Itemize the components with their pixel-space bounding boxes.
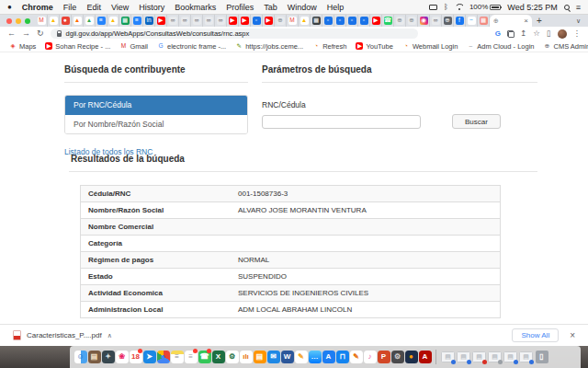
share-icon[interactable]: ↥ [520,29,526,38]
tab-por-nombre-razon-social[interactable]: Por Nombre/Razón Social [65,115,247,133]
browser-tab[interactable]: ▲ [107,15,119,27]
browser-tab[interactable]: ▶ [239,15,251,27]
dock-app-icon[interactable]: ➤ [142,349,156,365]
dock-app-icon[interactable]: P [377,349,390,365]
dock-app-icon[interactable]: X [211,349,225,365]
minimized-window-icon[interactable]: ▤ [471,349,487,365]
dock-app-icon[interactable]: ▤ [87,349,101,365]
active-tab[interactable]: ⊕ × [490,15,532,27]
browser-tab[interactable]: ▦ [478,15,490,27]
menu-item[interactable]: Window [288,3,317,12]
forward-button[interactable]: → [22,29,30,38]
browser-tab[interactable]: M [287,15,299,27]
browser-tab[interactable]: ∞ [167,15,179,27]
browser-tab[interactable]: ▶ [370,15,382,27]
minimized-window-icon[interactable]: ▤ [456,349,471,365]
google-extension-icon[interactable]: G [495,29,501,38]
browser-tab[interactable]: ▲ [84,15,96,27]
reload-button[interactable]: ↻ [37,29,44,38]
show-all-button[interactable]: Show All [512,328,559,342]
download-chevron-icon[interactable]: ∧ [107,332,112,339]
rnc-cedula-input[interactable] [262,115,421,129]
dock-app-icon[interactable]: ☎ [198,349,211,365]
browser-tab[interactable]: ▶ [263,15,275,27]
spotlight-icon[interactable] [564,5,570,10]
dock-app-icon[interactable]: A [322,349,335,365]
bookmark-item[interactable]: ◈ Maps [9,42,36,51]
browser-tab[interactable]: in [143,15,155,27]
dock-app-icon[interactable]: ☺ [74,349,87,365]
wifi-icon[interactable] [455,4,463,10]
browser-tab[interactable]: ☎ [382,15,394,27]
browser-tab[interactable]: ∞ [191,15,203,27]
bookmark-item[interactable]: ◔ Webmail Login [402,42,458,51]
browser-tab[interactable]: ⊕ [442,15,454,27]
browser-tab[interactable]: ▦ [311,15,322,27]
notification-center-icon[interactable]: ≡ [576,3,581,12]
dock-app-icon[interactable]: ✦ [101,349,115,365]
address-bar[interactable]: dgii.gov.do/app/WebApps/ConsultasWeb/con… [51,29,418,39]
browser-tab[interactable]: ● [60,15,72,27]
browser-tab[interactable]: ≡ [96,15,107,27]
minimized-window-icon[interactable]: ▤ [440,349,456,365]
browser-tab[interactable]: ∞ [430,15,442,27]
menu-item[interactable]: Tab [264,3,277,12]
dock-app-icon[interactable]: ✎ [349,349,363,365]
browser-tab[interactable]: ∞ [179,15,191,27]
browser-tab[interactable]: ⊕ [394,15,406,27]
browser-tab[interactable]: f [454,15,466,27]
browser-tab[interactable]: ∞ [203,15,215,27]
browser-tab[interactable]: ▶ [227,15,239,27]
dock-app-icon[interactable]: W [280,349,294,365]
dock-app-icon[interactable]: ≡ [170,349,184,365]
zoom-window-button[interactable] [25,18,30,24]
dock-app-icon[interactable]: ▤ [253,349,266,365]
menu-item[interactable]: View [111,3,129,12]
new-tab-button[interactable]: + [537,17,542,26]
bookmark-item[interactable]: ✎ https://jobs.ceme... [235,42,303,51]
browser-tab[interactable]: ▲ [72,15,84,27]
dock-app-icon[interactable]: ⚙ [225,349,239,365]
minimized-window-icon[interactable]: ▤ [487,349,503,365]
bookmark-item[interactable]: ▶ Sohan Recipe - ... [45,42,110,51]
bookmark-item[interactable]: ▶ YouTube [356,42,392,51]
dock-app-icon[interactable]: ♪ [363,349,377,365]
browser-tab[interactable]: ⊕ [406,15,418,27]
dock-app-icon[interactable]: ● [404,349,418,365]
browser-tab[interactable]: ▫ [251,15,263,27]
browser-tab[interactable]: ◉ [418,15,430,27]
download-filename[interactable]: Caracteristicas_P....pdf [27,331,102,339]
browser-tab[interactable]: ▶ [155,15,167,27]
browser-tab[interactable]: ▲ [48,15,60,27]
url-text[interactable]: dgii.gov.do/app/WebApps/ConsultasWeb/con… [66,29,250,38]
menu-item[interactable]: Profiles [226,3,254,12]
browser-tab[interactable]: ▫ [322,15,334,27]
dock-app-icon[interactable]: ⚙ [390,349,404,365]
browser-tab[interactable]: ▫ [346,15,358,27]
display-icon[interactable] [429,5,437,10]
browser-tab[interactable]: ≡ [131,15,143,27]
dock-app-icon[interactable]: … [308,349,322,365]
menu-item[interactable]: Bookmarks [175,3,216,12]
browser-tab[interactable]: ▦ [119,15,131,27]
bookmark-item[interactable]: ⊕ CMS Admin by Bit... [543,42,588,51]
back-button[interactable]: ← [7,29,16,38]
browser-tab[interactable]: ▫ [334,15,346,27]
tab-por-rnc-cedula[interactable]: Por RNC/Cédula [65,96,247,115]
dock-app-icon[interactable]: ● [156,349,170,365]
menu-item[interactable]: History [139,3,164,12]
close-window-button[interactable] [6,18,12,24]
bookmark-item[interactable]: – Adm Cloud - Login [467,42,534,51]
browser-tab[interactable]: ▲ [299,15,311,27]
dock-app-icon[interactable]: ✉ [266,349,280,365]
sidebar-icon[interactable]: ▯ [547,29,551,38]
dock-app-icon[interactable]: ⊓ [335,349,349,365]
trash-icon[interactable]: ▯ [535,349,548,365]
browser-tab[interactable]: ~ [466,15,478,27]
lock-icon[interactable] [57,33,62,37]
browser-tab[interactable]: ⊕ [275,15,287,27]
tab-close-icon[interactable]: × [524,17,528,25]
browser-tab[interactable]: ▫ [358,15,370,27]
menu-item[interactable]: Help [327,3,345,12]
minimized-window-icon[interactable]: ▤ [503,349,518,365]
